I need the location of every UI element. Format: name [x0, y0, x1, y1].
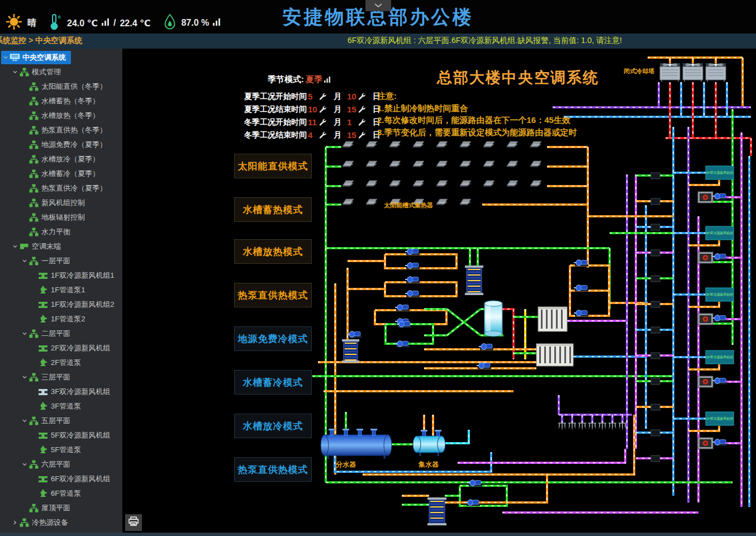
edit-wrench-icon[interactable]	[358, 131, 369, 139]
tree-item[interactable]: 六层平面	[0, 457, 122, 472]
fresh-air-unit-icon[interactable]	[698, 376, 713, 387]
tree-item[interactable]: 6F双冷源新风机组	[0, 472, 122, 486]
tree-item[interactable]: 冷热源设备	[0, 515, 122, 530]
chevron-down-icon[interactable]	[21, 418, 28, 424]
chevron-down-icon[interactable]	[21, 374, 28, 380]
floor-ahu-box[interactable]: 6F双冷源新风机组	[706, 166, 734, 179]
tree-item[interactable]: 水槽蓄冷（夏季）	[0, 167, 122, 181]
breadcrumb[interactable]: 系统监控 > 中央空调系统	[0, 36, 82, 46]
cooling-tower-icon[interactable]	[660, 63, 680, 82]
edit-wrench-icon[interactable]	[319, 118, 330, 126]
tree-item[interactable]: 三层平面	[0, 370, 122, 385]
water-collector-tank[interactable]	[413, 430, 445, 456]
chevron-down-icon[interactable]	[2, 55, 9, 60]
tree-item[interactable]: 3F管道泵	[0, 399, 122, 414]
mode-button[interactable]: 地源免费冷模式	[234, 326, 312, 351]
tree-item[interactable]: 二层平面	[0, 326, 122, 341]
tree-item[interactable]: 1F双冷源新风机组1	[0, 268, 122, 283]
edit-wrench-icon[interactable]	[319, 93, 330, 101]
chevron-down-icon[interactable]	[21, 462, 28, 467]
fresh-air-unit-icon[interactable]	[698, 192, 713, 203]
edit-wrench-icon[interactable]	[358, 106, 369, 113]
mode-button[interactable]: 水槽放热模式	[234, 239, 312, 264]
tree-item[interactable]: 屋顶平面	[0, 501, 122, 515]
chevron-right-icon[interactable]	[12, 520, 18, 525]
chevron-down-icon[interactable]	[12, 69, 18, 75]
tree-item[interactable]: 2F管道泵	[0, 355, 122, 370]
alarm-message[interactable]: 6F双冷源新风机组 : 六层平面.6F双冷源新风机组.缺风报警, 当前值: 1.…	[348, 36, 622, 46]
tree-item[interactable]: 一层平面	[0, 254, 122, 268]
tree-item[interactable]: 水槽放冷（夏季）	[0, 152, 122, 167]
tree-item[interactable]: 水槽蓄热（冬季）	[0, 94, 122, 108]
mode-button[interactable]: 水槽蓄热模式	[234, 197, 312, 222]
tree-item[interactable]: 热泵直供热（冬季）	[0, 123, 122, 137]
pump-icon[interactable]	[477, 363, 491, 369]
tree-item[interactable]: 水槽放热（冬季）	[0, 108, 122, 123]
mode-button[interactable]: 太阳能直供模式	[234, 154, 312, 178]
tree-item[interactable]: 1F管道泵1	[0, 283, 122, 297]
pump-icon[interactable]	[395, 305, 410, 311]
tree-item[interactable]: 新风机组控制	[0, 196, 122, 210]
tree-item[interactable]: 地板辐射控制	[0, 210, 122, 225]
pump-icon[interactable]	[712, 439, 727, 446]
tree-item[interactable]: 五层平面	[0, 414, 122, 428]
tree-item[interactable]: 热泵直供冷（夏季）	[0, 181, 122, 196]
tree-item[interactable]: 2F双冷源新风机组	[0, 341, 122, 355]
chevron-down-icon[interactable]	[12, 244, 18, 249]
mode-button[interactable]: 热泵直供热模式	[234, 457, 312, 482]
print-button[interactable]	[125, 514, 142, 531]
tree-item[interactable]: 水力平衡	[0, 225, 122, 239]
tree-item[interactable]: 空调末端	[0, 239, 122, 254]
buffer-tank-icon[interactable]	[484, 301, 502, 336]
pump-icon[interactable]	[712, 193, 727, 200]
tree-item[interactable]: 6F管道泵	[0, 486, 122, 501]
cooling-tower-icon[interactable]	[683, 63, 703, 82]
tree-item[interactable]: 5F双冷源新风机组	[0, 428, 122, 443]
fresh-air-unit-icon[interactable]	[698, 252, 713, 263]
mode-button[interactable]: 水槽放冷模式	[234, 414, 312, 438]
mode-button[interactable]: 水槽蓄冷模式	[234, 370, 312, 395]
plate-heat-exchanger-icon[interactable]	[342, 339, 359, 363]
tree-item[interactable]: 模式管理	[0, 65, 122, 79]
pump-icon[interactable]	[465, 500, 480, 506]
plate-heat-exchanger-icon[interactable]	[465, 265, 483, 295]
tree-item[interactable]: 3F双冷源新风机组	[0, 385, 122, 399]
tree-item[interactable]: 1F管道泵2	[0, 312, 122, 326]
fresh-air-unit-icon[interactable]	[698, 438, 713, 449]
pump-icon[interactable]	[712, 315, 727, 322]
tree-item[interactable]: 5F管道泵	[0, 443, 122, 457]
pump-icon[interactable]	[347, 331, 362, 338]
floor-ahu-box[interactable]: 2F双冷源新风机组	[706, 350, 734, 364]
water-distributor-tank[interactable]	[321, 429, 392, 459]
collapse-tab[interactable]	[365, 0, 391, 11]
edit-wrench-icon[interactable]	[319, 131, 330, 139]
chevron-down-icon[interactable]	[21, 331, 28, 336]
tree-item[interactable]: 太阳能直供（冬季）	[0, 79, 122, 94]
pump-icon[interactable]	[574, 260, 588, 267]
cooling-tower-icon[interactable]	[706, 63, 726, 82]
fresh-air-unit-icon[interactable]	[698, 314, 713, 325]
tree-item[interactable]: 1F双冷源新风机组2	[0, 297, 122, 312]
edit-wrench-icon[interactable]	[358, 118, 369, 126]
pump-icon[interactable]	[395, 341, 410, 348]
pump-icon[interactable]	[712, 378, 727, 385]
floor-ahu-box[interactable]: 3F双冷源新风机组	[706, 288, 734, 301]
edit-wrench-icon[interactable]	[319, 106, 330, 113]
pump-icon[interactable]	[405, 277, 420, 283]
plate-heat-exchanger-icon[interactable]	[427, 497, 446, 525]
chevron-down-icon[interactable]	[21, 258, 28, 264]
pump-icon[interactable]	[405, 291, 420, 297]
pump-icon[interactable]	[405, 263, 420, 269]
pump-icon[interactable]	[468, 480, 482, 487]
pump-icon[interactable]	[712, 254, 727, 260]
pump-icon[interactable]	[479, 344, 493, 350]
tree-item[interactable]: 地源免费冷（夏季）	[0, 137, 122, 152]
pump-icon[interactable]	[574, 285, 588, 292]
pump-icon[interactable]	[405, 249, 420, 255]
heat-pump-unit-icon[interactable]	[538, 307, 567, 331]
tree-item[interactable]: 中央空调系统	[0, 50, 122, 65]
floor-ahu-box[interactable]: 1F双冷源新风机组	[706, 412, 734, 425]
mode-button[interactable]: 热泵直供热模式	[234, 283, 312, 307]
heat-pump-unit-icon[interactable]	[536, 344, 573, 366]
pump-icon[interactable]	[574, 310, 588, 317]
